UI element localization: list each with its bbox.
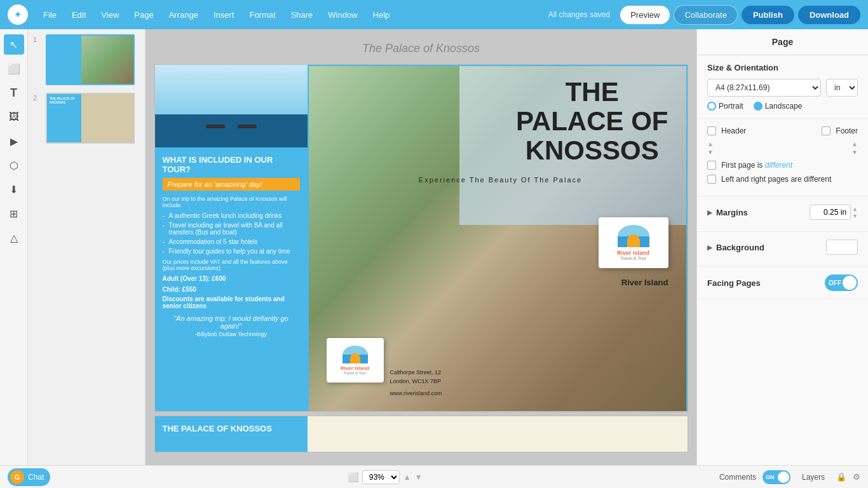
left-right-checkbox[interactable] [707,175,716,184]
menu-format[interactable]: Format [243,6,281,24]
ship-1 [206,125,225,128]
thumb-img-1[interactable] [46,34,135,85]
settings-icon[interactable]: ⚙ [853,472,860,482]
page-tool[interactable]: ⬜ [4,58,24,79]
zoom-down-icon[interactable]: ▼ [415,473,423,482]
margins-input[interactable] [810,205,851,220]
logo-name: River Island [617,250,649,256]
facing-pages-toggle[interactable]: OFF [825,274,858,291]
drive-tool[interactable]: △ [4,227,24,248]
lock-icon[interactable]: 🔒 [836,472,846,482]
main-area: ↖ ⬜ T 🖼 ▶ ⬡ ⬇ ⊞ △ 1 2 THE PALACE OF K [0,29,868,465]
thumbnail-2[interactable]: 2 THE PALACE OF KNOSSOS [33,93,140,144]
landscape-option[interactable]: Landscape [754,102,803,111]
landscape-label: Landscape [765,102,803,111]
unit-select[interactable]: in [826,79,858,97]
grid-tool[interactable]: ⊞ [4,203,24,224]
portrait-option[interactable]: Portrait [707,102,743,111]
landscape-radio[interactable] [754,102,763,111]
zoom-up-icon[interactable]: ▲ [403,473,411,482]
menu-file[interactable]: File [37,6,63,24]
video-tool[interactable]: ▶ [4,131,24,151]
canvas-area: The Palace of Knossos WHAT [146,29,696,465]
margins-down-icon[interactable]: ▼ [852,213,858,219]
shape-tool[interactable]: ⬡ [4,155,24,175]
small-logo-name: River Island [341,365,369,371]
footer-label: Footer [836,126,858,135]
list-item-3: Accommodation of 5 star hotels [163,238,300,245]
menu-view[interactable]: View [95,6,125,24]
first-page-label: First page is different [721,161,792,170]
text-tool[interactable]: T [4,83,24,103]
menu-window[interactable]: Window [322,6,363,24]
header-checkbox[interactable] [707,126,716,135]
collaborate-button[interactable]: Collaborate [674,5,738,25]
zoom-select[interactable]: 93% [362,470,400,484]
orientation-group: Portrait Landscape [707,102,858,111]
background-chevron-icon[interactable]: ▶ [707,244,712,251]
page2-right-panel [308,416,688,452]
app-logo[interactable]: ✦ [8,4,28,25]
facing-pages-label: Facing Pages [707,278,761,288]
margins-up-icon[interactable]: ▲ [852,206,858,212]
portrait-label: Portrait [719,102,743,111]
page1-ocean-image [155,65,308,147]
background-color-swatch[interactable] [826,240,858,255]
footer-checkbox[interactable] [822,126,831,135]
background-label: ▶ Background [707,243,764,252]
logo-caption: River Island [621,278,668,287]
tour-heading: WHAT IS INCLUDED IN OUR TOUR? [163,155,300,174]
menu-insert[interactable]: Insert [207,6,241,24]
thumbnail-1[interactable]: 1 [33,34,140,85]
header-footer-section: Header Footer ▲ ▼ ▲ ▼ First page is [697,119,868,197]
page2-left-panel: THE PALACE OF KNOSSOS [155,416,308,452]
margins-chevron-icon[interactable]: ▶ [707,209,712,216]
toggle-knob [843,276,857,290]
header-row: Header Footer [707,126,858,135]
comments-knob [778,471,789,483]
menu-arrange[interactable]: Arrange [163,6,205,24]
website: www.riverisland.com [390,390,442,396]
size-orientation-section: Size & Orientation A4 (8.27x11.69) in Po… [697,55,868,119]
menu-help[interactable]: Help [367,6,397,24]
bottom-right: Comments ON Layers 🔒 ⚙ [719,470,860,484]
thumb-img-2[interactable]: THE PALACE OF KNOSSOS [46,93,135,144]
list-item-2: Travel including air travel with BA and … [163,222,300,236]
list-item-1: A authentic Greek lunch including drinks [163,212,300,219]
portrait-radio[interactable] [707,102,716,111]
menu-items: File Edit View Page Arrange Insert Forma… [37,6,548,24]
left-right-row: Left and right pages are different [707,175,858,184]
page-1[interactable]: WHAT IS INCLUDED IN OUR TOUR? Prepare fo… [154,64,688,412]
image-tool[interactable]: 🖼 [4,107,24,127]
preview-button[interactable]: Preview [620,6,670,24]
page1-left-content: WHAT IS INCLUDED IN OUR TOUR? Prepare fo… [155,147,308,412]
testimonial-text: "An amazing trip; I would defiantly go a… [163,315,300,330]
size-select[interactable]: A4 (8.27x11.69) [707,79,821,97]
left-right-label: Left and right pages are different [721,175,831,184]
layers-button[interactable]: Layers [797,471,830,484]
toggle-on-label: ON [766,474,775,480]
small-logo-sub: Travel & Tour [344,371,366,375]
upload-tool[interactable]: ⬇ [4,179,24,200]
select-tool[interactable]: ↖ [4,34,24,55]
menu-page[interactable]: Page [128,6,159,24]
menu-share[interactable]: Share [285,6,320,24]
menu-edit[interactable]: Edit [65,6,92,24]
save-status: All changes saved [548,10,610,19]
chat-avatar: G [10,470,24,484]
header-label: Header [721,126,746,135]
page-subtitle: Experience The Beauty Of The Palace [320,176,681,184]
chat-button[interactable]: G Chat [8,468,50,486]
publish-button[interactable]: Publish [742,6,794,24]
right-panel: Page Size & Orientation A4 (8.27x11.69) … [696,29,868,465]
comments-toggle[interactable]: ON [763,470,790,484]
page1-left-panel: WHAT IS INCLUDED IN OUR TOUR? Prepare fo… [155,65,308,412]
page-icon: ⬜ [348,472,358,482]
margins-label: ▶ Margins [707,208,748,217]
first-page-checkbox[interactable] [707,161,716,170]
page-title-large: THE PALACE OF KNOSSOS [516,78,668,166]
page1-right-panel: THE PALACE OF KNOSSOS Experience The Bea… [308,65,688,412]
included-list: A authentic Greek lunch including drinks… [163,212,300,255]
download-button[interactable]: Download [798,6,860,24]
page-2[interactable]: THE PALACE OF KNOSSOS [154,416,688,452]
